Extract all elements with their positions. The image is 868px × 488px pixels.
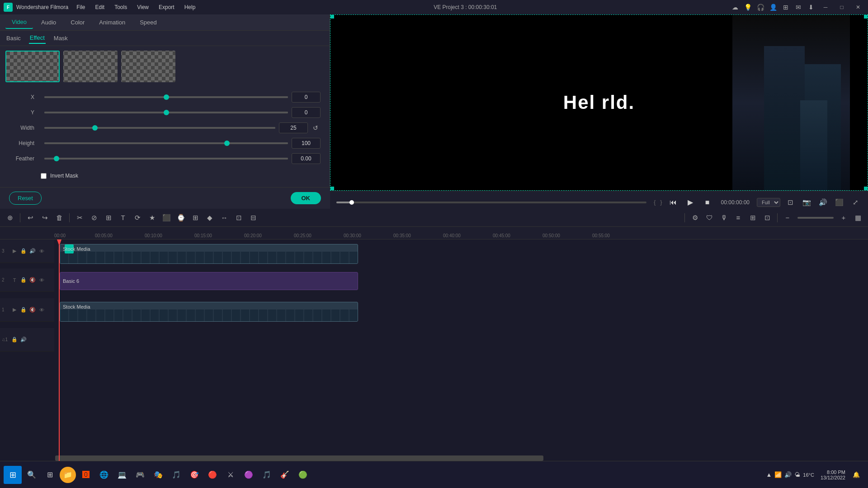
reset-button[interactable]: Reset xyxy=(9,192,42,205)
thumbnail-2[interactable] xyxy=(63,51,118,82)
export-icon[interactable]: ⬛ xyxy=(833,196,845,209)
notification-icon[interactable]: 🔔 xyxy=(848,467,864,483)
rewind-button[interactable]: ⏮ xyxy=(667,196,679,209)
zoom-slider[interactable] xyxy=(797,217,834,219)
task9[interactable]: ⚔ xyxy=(222,467,239,483)
search-taskbar[interactable]: 🔍 xyxy=(24,467,40,483)
task8[interactable]: 🔴 xyxy=(204,467,221,483)
zoom-in-button[interactable]: + xyxy=(837,211,850,224)
height-thumb[interactable] xyxy=(224,141,230,146)
screenshot-icon[interactable]: 📷 xyxy=(800,196,813,209)
corner-tr[interactable] xyxy=(864,15,868,19)
quality-select[interactable]: Full1/21/4 xyxy=(757,198,780,207)
close-button[interactable]: ✕ xyxy=(852,3,864,12)
minimize-button[interactable]: ─ xyxy=(819,3,832,12)
progress-thumb[interactable] xyxy=(349,200,354,205)
mic-icon[interactable]: 🎙 xyxy=(717,211,730,224)
chrome-icon[interactable]: 🌐 xyxy=(96,467,112,483)
fullscreen-icon[interactable]: ⤢ xyxy=(849,196,862,209)
task10[interactable]: 🟣 xyxy=(241,467,257,483)
track-2-eye-icon[interactable]: 👁 xyxy=(38,277,45,284)
music-vol-icon[interactable]: 🔊 xyxy=(20,336,27,343)
x-value[interactable]: 0 xyxy=(292,92,321,103)
grid-icon[interactable]: ⊞ xyxy=(781,3,790,12)
effects-button[interactable]: ★ xyxy=(146,211,158,224)
y-slider[interactable] xyxy=(44,112,288,113)
mail-icon[interactable]: ✉ xyxy=(794,3,803,12)
y-value[interactable]: 0 xyxy=(292,107,321,118)
scrollbar-thumb[interactable] xyxy=(55,455,543,461)
snap-button[interactable]: ⊡ xyxy=(232,211,245,224)
task12[interactable]: 🎸 xyxy=(277,467,293,483)
link-button[interactable]: ↔ xyxy=(218,211,231,224)
track-2-strip[interactable]: Basic 6 xyxy=(60,272,358,290)
track-3-eye-icon[interactable]: 👁 xyxy=(38,248,45,255)
cut-button[interactable]: ✂ xyxy=(73,211,86,224)
thumbnail-1[interactable] xyxy=(5,51,60,82)
progress-bar[interactable] xyxy=(336,202,646,203)
cloud-icon[interactable]: ☁ xyxy=(731,3,740,12)
track-1-eye-icon[interactable]: 👁 xyxy=(38,306,45,314)
width-reset-icon[interactable]: ↺ xyxy=(311,123,321,133)
volume-icon[interactable]: 🔊 xyxy=(816,196,829,209)
bulb-icon[interactable]: 💡 xyxy=(743,3,752,12)
track-3-lock-icon[interactable]: 🔒 xyxy=(20,248,27,255)
undo-button[interactable]: ↩ xyxy=(24,211,37,224)
task13[interactable]: 🟢 xyxy=(295,467,311,483)
menu-tools[interactable]: Tools xyxy=(110,2,132,12)
tab-speed[interactable]: Speed xyxy=(133,16,163,28)
track-2-lock-icon[interactable]: 🔒 xyxy=(20,277,27,284)
task11[interactable]: 🎵 xyxy=(259,467,275,483)
fit-icon[interactable]: ⊡ xyxy=(784,196,797,209)
weather-icon[interactable]: 🌤 xyxy=(794,471,800,478)
invert-mask-checkbox[interactable] xyxy=(41,173,47,179)
task7[interactable]: 🎯 xyxy=(186,467,203,483)
mix-icon[interactable]: ≡ xyxy=(732,211,745,224)
music-lock-icon[interactable]: 🔒 xyxy=(11,336,18,343)
clock[interactable]: 8:00 PM 13/12/2022 xyxy=(821,469,845,480)
explorer-icon[interactable]: 📁 xyxy=(60,467,76,483)
subtab-effect[interactable]: Effect xyxy=(29,33,46,44)
redo-button[interactable]: ↪ xyxy=(38,211,51,224)
timer-button[interactable]: ⟳ xyxy=(131,211,144,224)
track-3-vol-icon[interactable]: 🔊 xyxy=(29,248,36,255)
x-slider[interactable] xyxy=(44,96,288,98)
delete-button[interactable]: 🗑 xyxy=(53,211,66,224)
x-thumb[interactable] xyxy=(164,94,169,100)
opera-icon[interactable]: 🅾 xyxy=(78,467,94,483)
account-icon[interactable]: 👤 xyxy=(769,3,778,12)
horizontal-scrollbar[interactable] xyxy=(54,455,868,461)
layout-button[interactable]: ▦ xyxy=(852,211,864,224)
transform-button[interactable]: ⊞ xyxy=(102,211,115,224)
task4[interactable]: 🎮 xyxy=(132,467,148,483)
width-slider[interactable] xyxy=(44,127,275,129)
tab-audio[interactable]: Audio xyxy=(35,16,62,28)
stop-button[interactable]: ■ xyxy=(701,196,714,209)
height-value[interactable]: 100 xyxy=(292,138,321,149)
network-icon[interactable]: 📶 xyxy=(774,471,782,478)
track-1-strip[interactable]: Stock Media xyxy=(60,302,358,322)
playhead[interactable] xyxy=(59,239,60,461)
invert-mask-label[interactable]: Invert Mask xyxy=(50,173,78,179)
track-1-vol-icon[interactable]: 🔇 xyxy=(29,306,36,314)
grid-button[interactable]: ⊞ xyxy=(189,211,202,224)
toolbar-select[interactable]: ⊕ xyxy=(4,211,16,224)
start-button[interactable]: ⊞ xyxy=(4,466,22,484)
task6[interactable]: 🎵 xyxy=(168,467,184,483)
menu-view[interactable]: View xyxy=(132,2,153,12)
feather-thumb[interactable] xyxy=(54,156,59,161)
corner-bl[interactable] xyxy=(330,187,334,190)
tab-video[interactable]: Video xyxy=(5,16,33,29)
menu-help[interactable]: Help xyxy=(180,2,200,12)
text-button[interactable]: T xyxy=(117,211,129,224)
menu-file[interactable]: File xyxy=(72,2,90,12)
subtab-basic[interactable]: Basic xyxy=(5,33,22,43)
width-thumb[interactable] xyxy=(92,125,98,131)
play-button[interactable]: ▶ xyxy=(684,196,697,209)
corner-tl[interactable] xyxy=(330,15,334,19)
track-3-strip[interactable]: Stock Media xyxy=(60,244,358,264)
download-icon[interactable]: ⬇ xyxy=(807,3,816,12)
track-1-lock-icon[interactable]: 🔒 xyxy=(20,306,27,314)
shield-icon[interactable]: 🛡 xyxy=(703,211,716,224)
corner-br[interactable] xyxy=(864,187,868,190)
